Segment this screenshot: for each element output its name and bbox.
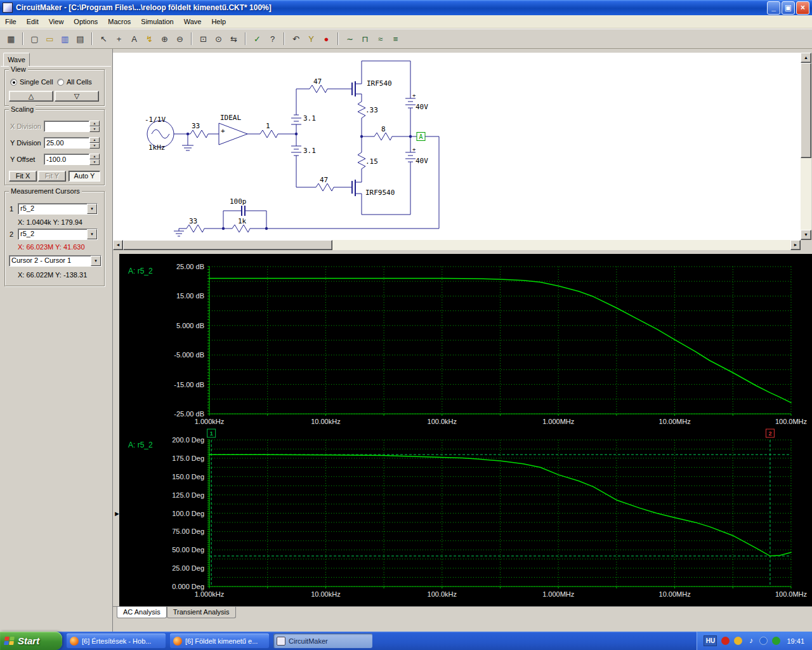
probe-a-marker[interactable]: A: [417, 133, 425, 141]
resistor-33-input[interactable]: 33: [190, 122, 219, 138]
horizontal-scroll-thumb[interactable]: [123, 240, 332, 250]
resistor-033[interactable]: .33: [358, 102, 378, 136]
supply-40v-top[interactable]: + 40V: [405, 61, 428, 136]
menu-wave[interactable]: Wave: [179, 16, 207, 27]
delete-button[interactable]: ↯: [142, 32, 157, 46]
supply-40v-bottom[interactable]: + 40V: [405, 136, 428, 215]
spinner-up-icon[interactable]: ▲: [89, 121, 100, 126]
digital-waveforms-button[interactable]: ⊓: [358, 32, 372, 46]
scroll-left-button[interactable]: ◄: [113, 240, 123, 250]
mixed-waveforms-button[interactable]: ≈: [373, 32, 388, 46]
mosfet-irf540[interactable]: IRF540: [352, 61, 392, 102]
zoom-fit-button[interactable]: ⊡: [196, 32, 211, 46]
taskbar-task-browser-2[interactable]: [6] Földelt kimenetű e...: [170, 633, 269, 648]
spinner-down-icon[interactable]: ▼: [89, 159, 100, 165]
resistor-8-load[interactable]: 8: [362, 125, 417, 140]
taskbar-task-circuitmaker[interactable]: CircuitMaker: [273, 633, 372, 648]
components-button[interactable]: ▦: [4, 32, 18, 46]
y-division-field[interactable]: 25.00: [44, 137, 89, 149]
run-button[interactable]: ✓: [250, 32, 265, 46]
all-cells-radio[interactable]: All Cells: [57, 78, 92, 86]
minimize-button[interactable]: _: [767, 1, 780, 15]
taskbar-task-browser-1[interactable]: [6] Értesítések - Hob...: [67, 633, 166, 648]
chevron-down-icon[interactable]: ▼: [91, 256, 101, 266]
text-button[interactable]: A: [127, 32, 141, 46]
menu-edit[interactable]: Edit: [22, 16, 44, 27]
volume-icon[interactable]: ♪: [747, 637, 755, 645]
chevron-down-icon[interactable]: ▼: [87, 204, 97, 214]
cursor1-signal-select[interactable]: r5_2 ▼: [18, 203, 98, 215]
fit-x-button[interactable]: Fit X: [9, 171, 37, 182]
menu-macros[interactable]: Macros: [103, 16, 136, 27]
single-cell-radio[interactable]: Single Cell: [10, 78, 53, 86]
wire-button[interactable]: +: [112, 32, 126, 46]
resistor-1-series[interactable]: 1: [260, 122, 296, 138]
menu-options[interactable]: Options: [69, 16, 103, 27]
scroll-right-button[interactable]: ►: [790, 240, 801, 250]
start-button[interactable]: Start: [0, 632, 62, 650]
new-button[interactable]: ▢: [27, 32, 42, 46]
help-button[interactable]: ?: [265, 32, 280, 46]
zoom-select-button[interactable]: ⊙: [211, 32, 226, 46]
probe-button[interactable]: Y: [304, 32, 318, 46]
update-icon[interactable]: [734, 637, 742, 645]
ground-symbol-feedback[interactable]: [174, 229, 187, 236]
chevron-down-icon[interactable]: ▼: [87, 229, 97, 239]
ground-symbol-input[interactable]: [182, 134, 193, 150]
reset-button[interactable]: ↶: [289, 32, 303, 46]
open-button[interactable]: ▭: [43, 32, 57, 46]
spinner-down-icon[interactable]: ▼: [89, 143, 100, 149]
signal-source[interactable]: -1/1V 1kHz: [145, 116, 174, 152]
mosfet-irf9540[interactable]: IRF9540: [352, 169, 395, 215]
resistor-47-bottom[interactable]: 47: [296, 176, 352, 191]
language-indicator[interactable]: HU: [704, 635, 717, 646]
x-division-spinner[interactable]: ▲ ▼: [89, 121, 100, 132]
analog-waveforms-button[interactable]: ∼: [343, 32, 357, 46]
zoom-in-button[interactable]: ⊕: [157, 32, 172, 46]
spinner-down-icon[interactable]: ▼: [89, 126, 100, 132]
plots-canvas[interactable]: 25.00 dB15.00 dB5.000 dB-5.000 dB-15.00 …: [119, 254, 812, 606]
resistor-47-top[interactable]: 47: [296, 77, 352, 93]
y-offset-field[interactable]: -100.0: [44, 154, 89, 165]
bias-battery-bottom[interactable]: 3.1: [291, 134, 316, 187]
menu-help[interactable]: Help: [206, 16, 231, 27]
stop-button[interactable]: ●: [319, 32, 334, 46]
network-icon[interactable]: [772, 637, 780, 645]
bias-battery-top[interactable]: 3.1: [291, 89, 316, 134]
close-button[interactable]: ×: [796, 1, 809, 15]
tab-ac-analysis[interactable]: AC Analysis: [117, 607, 167, 618]
antivirus-icon[interactable]: [721, 637, 730, 645]
cursor2-signal-select[interactable]: r5_2 ▼: [18, 229, 98, 240]
split-view-button[interactable]: ⇆: [226, 32, 241, 46]
fit-y-button[interactable]: Fit Y: [38, 171, 66, 182]
menu-simulation[interactable]: Simulation: [136, 16, 178, 27]
x-division-field[interactable]: [44, 121, 89, 132]
menu-view[interactable]: View: [44, 16, 69, 27]
move-down-button[interactable]: ▽: [55, 91, 99, 102]
spinner-up-icon[interactable]: ▲: [89, 137, 100, 143]
restore-button[interactable]: ▣: [782, 1, 795, 15]
schematic-vertical-scrollbar[interactable]: ▲ ▼: [801, 53, 811, 240]
scroll-down-button[interactable]: ▼: [801, 230, 811, 240]
bus-waveforms-button[interactable]: ≡: [388, 32, 403, 46]
schematic-horizontal-scrollbar[interactable]: ◄ ►: [113, 240, 801, 250]
auto-y-button[interactable]: Auto Y: [69, 171, 100, 182]
y-division-spinner[interactable]: ▲ ▼: [89, 137, 100, 149]
schematic-canvas[interactable]: -1/1V 1kHz 33 IDEAL + 1: [113, 53, 801, 240]
tab-transient-analysis[interactable]: Transient Analysis: [167, 607, 236, 618]
zoom-out-button[interactable]: ⊖: [173, 32, 187, 46]
save-button[interactable]: ▥: [58, 32, 72, 46]
feedback-resistor-33[interactable]: 33: [187, 217, 223, 232]
vertical-scroll-thumb[interactable]: [801, 63, 811, 158]
spinner-up-icon[interactable]: ▲: [89, 154, 100, 159]
waveform-area[interactable]: A: r5_2 A: r5_2 25.00 dB15.00 dB5.000 dB…: [119, 254, 812, 606]
cursor-delta-select[interactable]: Cursor 2 - Cursor 1 ▼: [9, 255, 102, 267]
feedback-resistor-1k[interactable]: 1k: [223, 217, 266, 232]
resistor-015[interactable]: .15: [358, 136, 378, 169]
move-up-button[interactable]: △: [9, 91, 53, 102]
tab-wave[interactable]: Wave: [3, 53, 30, 67]
y-offset-spinner[interactable]: ▲ ▼: [89, 154, 100, 165]
menu-file[interactable]: File: [0, 16, 22, 27]
scroll-up-button[interactable]: ▲: [801, 53, 811, 63]
opamp-ideal[interactable]: IDEAL +: [219, 114, 260, 145]
